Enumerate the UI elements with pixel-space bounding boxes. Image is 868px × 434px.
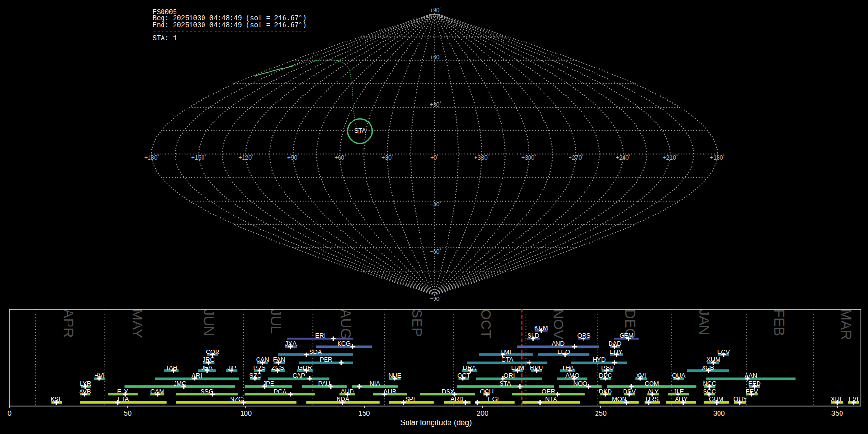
- svg-text:0: 0: [7, 409, 11, 417]
- svg-text:+210°: +210°: [663, 154, 678, 161]
- svg-text:+90°: +90°: [287, 154, 299, 161]
- svg-text:JMC: JMC: [174, 380, 186, 387]
- svg-text:JAN: JAN: [696, 309, 712, 336]
- svg-text:+30°: +30°: [430, 101, 441, 108]
- svg-text:DSX: DSX: [442, 388, 455, 395]
- svg-text:SCC: SCC: [703, 388, 716, 395]
- svg-text:NOO: NOO: [573, 380, 587, 387]
- svg-text:AUD: AUD: [341, 388, 354, 395]
- svg-text:AVB: AVB: [79, 388, 91, 395]
- svg-text:GDR: GDR: [298, 364, 312, 371]
- svg-text:+30°: +30°: [381, 154, 393, 161]
- svg-text:AMO: AMO: [565, 372, 579, 379]
- svg-text:SPE: SPE: [405, 395, 418, 403]
- svg-text:+60°: +60°: [430, 54, 441, 61]
- svg-text:JUN: JUN: [201, 309, 217, 336]
- svg-text:OCU: OCU: [480, 388, 493, 395]
- svg-text:NUE: NUE: [388, 372, 401, 379]
- svg-text:APR: APR: [61, 309, 76, 338]
- svg-text:HYD: HYD: [593, 356, 606, 363]
- svg-text:MAR: MAR: [839, 309, 854, 340]
- svg-text:350: 350: [831, 409, 843, 417]
- svg-text:GUM: GUM: [709, 395, 723, 403]
- svg-text:PPS: PPS: [253, 364, 266, 371]
- svg-text:JLE: JLE: [673, 388, 684, 395]
- svg-text:RPU: RPU: [530, 364, 543, 371]
- svg-text:XVI: XVI: [636, 372, 646, 379]
- svg-text:COR: COR: [206, 348, 219, 355]
- svg-text:250: 250: [595, 409, 607, 417]
- svg-text:DKD: DKD: [599, 388, 612, 395]
- svg-text:ARD: ARD: [450, 395, 463, 403]
- svg-text:DPC: DPC: [599, 372, 612, 379]
- svg-text:CAM: CAM: [150, 388, 164, 395]
- svg-text:−30°: −30°: [430, 201, 441, 208]
- svg-text:JUL: JUL: [268, 309, 284, 334]
- svg-text:FAN: FAN: [273, 356, 285, 363]
- svg-text:CTA: CTA: [502, 356, 514, 363]
- svg-text:SSG: SSG: [201, 388, 214, 395]
- svg-text:SZC: SZC: [249, 372, 262, 379]
- svg-text:MON: MON: [612, 395, 626, 403]
- svg-text:ETA: ETA: [117, 395, 129, 403]
- svg-text:+150°: +150°: [191, 154, 206, 161]
- svg-text:LMI: LMI: [501, 348, 511, 355]
- svg-text:+180°: +180°: [144, 154, 159, 161]
- svg-text:JXA: JXA: [285, 340, 297, 347]
- svg-text:MAY: MAY: [130, 309, 145, 339]
- svg-text:AHY: AHY: [675, 395, 688, 403]
- svg-text:OHY: OHY: [733, 395, 747, 403]
- svg-text:NDA: NDA: [336, 395, 349, 403]
- svg-text:FEV: FEV: [746, 388, 758, 395]
- svg-text:CAN: CAN: [256, 356, 269, 363]
- svg-text:LEO: LEO: [557, 348, 570, 355]
- svg-text:50: 50: [124, 409, 132, 417]
- svg-text:JPE: JPE: [263, 380, 274, 387]
- svg-text:+90°: +90°: [430, 6, 441, 14]
- svg-text:NOV: NOV: [551, 309, 566, 340]
- svg-text:DAD: DAD: [608, 340, 621, 347]
- svg-text:EHY: EHY: [610, 348, 623, 355]
- svg-text:SEP: SEP: [409, 309, 425, 337]
- svg-text:AAN: AAN: [745, 372, 757, 379]
- svg-text:+270°: +270°: [569, 154, 583, 161]
- svg-text:+180°: +180°: [710, 154, 725, 161]
- svg-text:XHE: XHE: [831, 395, 843, 403]
- svg-text:PAU: PAU: [318, 380, 330, 387]
- svg-text:COM: COM: [645, 380, 659, 387]
- svg-text:QUA: QUA: [672, 372, 686, 379]
- svg-text:ALY: ALY: [648, 388, 659, 395]
- svg-text:DSV: DSV: [623, 388, 636, 395]
- svg-text:150: 150: [358, 409, 370, 417]
- svg-text:TAH: TAH: [165, 364, 177, 371]
- svg-text:STA: STA: [354, 127, 366, 134]
- svg-text:EGE: EGE: [488, 395, 501, 403]
- svg-text:+60°: +60°: [334, 154, 346, 161]
- svg-text:NCC: NCC: [703, 380, 717, 387]
- svg-text:OCT: OCT: [457, 372, 470, 379]
- svg-text:PER: PER: [320, 356, 332, 363]
- svg-text:ZCS: ZCS: [271, 364, 284, 371]
- svg-text:THA: THA: [561, 364, 574, 371]
- svg-text:PSU: PSU: [601, 364, 614, 371]
- svg-text:−60°: −60°: [430, 248, 441, 255]
- svg-text:CAP: CAP: [292, 372, 305, 379]
- svg-text:ERI: ERI: [315, 332, 326, 339]
- svg-text:+240°: +240°: [616, 154, 631, 161]
- svg-text:KUM: KUM: [534, 324, 548, 331]
- svg-text:AUG: AUG: [338, 309, 353, 339]
- svg-text:+330°: +330°: [474, 154, 489, 161]
- svg-text:+120°: +120°: [238, 154, 253, 161]
- svg-text:XCB: XCB: [702, 364, 714, 371]
- svg-text:JRC: JRC: [203, 356, 215, 363]
- svg-text:LYR: LYR: [80, 380, 91, 387]
- svg-text:SLD: SLD: [527, 332, 539, 339]
- svg-text:300: 300: [713, 409, 725, 417]
- svg-text:FED: FED: [748, 380, 761, 387]
- svg-text:STA: STA: [500, 380, 511, 387]
- svg-text:ORI: ORI: [504, 372, 515, 379]
- svg-text:JEA: JEA: [201, 364, 213, 371]
- svg-text:ARI: ARI: [191, 372, 202, 379]
- svg-text:HVI: HVI: [94, 372, 104, 379]
- svg-text:PCA: PCA: [274, 388, 287, 395]
